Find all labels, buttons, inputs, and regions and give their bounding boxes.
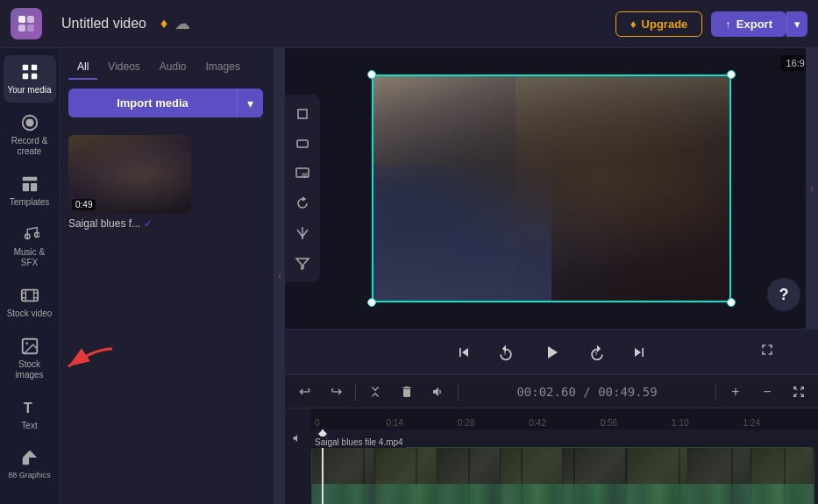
fullscreen-button[interactable] <box>758 341 776 363</box>
svg-rect-12 <box>30 183 36 191</box>
track-header: Saigal blues file 4.mp4 <box>311 433 407 449</box>
audio-button[interactable] <box>426 380 451 404</box>
svg-rect-23 <box>22 458 28 465</box>
svg-text:5: 5 <box>504 350 507 355</box>
import-dropdown-button[interactable]: ▾ <box>237 89 263 117</box>
sidebar-item-graphics[interactable]: 88 Graphics <box>4 441 56 487</box>
sidebar-item-your-media[interactable]: Your media <box>4 55 56 103</box>
ruler-mark-3: 0:42 <box>529 418 600 428</box>
upload-icon: ↑ <box>725 18 731 31</box>
filter-tool[interactable] <box>288 249 317 277</box>
flip-tool[interactable] <box>288 219 317 247</box>
graphics-icon <box>20 448 39 467</box>
toolbar-divider-1 <box>355 383 356 401</box>
crop-tool[interactable] <box>288 100 317 128</box>
sidebar-label-record: Record &create <box>11 136 48 157</box>
svg-rect-3 <box>27 25 34 32</box>
upgrade-diamond-icon: ♦ <box>630 18 637 31</box>
sidebar-label-your-media: Your media <box>7 85 51 96</box>
help-button[interactable]: ? <box>767 278 800 311</box>
redo-button[interactable]: ↪ <box>324 380 348 404</box>
import-media-button[interactable]: Import media <box>68 89 237 117</box>
top-bar: Untitled video ♦ ☁ ♦ Upgrade ↑ Export ▾ <box>0 0 818 48</box>
svg-text:T: T <box>23 400 32 415</box>
sidebar-item-text[interactable]: T Text <box>4 391 56 437</box>
cut-button[interactable] <box>363 380 388 404</box>
premium-icon: ♦ <box>160 16 167 32</box>
track-filename-label: Saigal blues file 4.mp4 <box>311 437 407 448</box>
canvas-toolbar <box>285 95 320 282</box>
sidebar: Your media Record &create Templates Musi… <box>0 48 60 504</box>
playback-controls: 5 5 <box>285 329 818 374</box>
ruler-mark-1: 0:14 <box>386 418 457 428</box>
handle-bottom-left[interactable] <box>367 298 376 307</box>
svg-rect-7 <box>31 74 36 79</box>
panel-collapse-handle[interactable]: ‹ <box>274 48 285 504</box>
svg-text:5: 5 <box>595 350 598 355</box>
sidebar-item-templates[interactable]: Templates <box>4 167 56 214</box>
media-item[interactable]: 0:49 Saigal blues f... ✓ <box>68 135 265 230</box>
duration-badge: 0:49 <box>72 199 96 210</box>
svg-rect-2 <box>18 25 25 32</box>
ruler-marks: 0 0:14 0:28 0:42 0:56 1:10 1:24 <box>288 418 814 428</box>
tab-images[interactable]: Images <box>197 55 249 80</box>
skip-to-start-button[interactable] <box>450 338 478 366</box>
media-filename: Saigal blues f... <box>68 217 140 230</box>
zoom-in-button[interactable]: + <box>723 380 748 404</box>
svg-rect-1 <box>27 16 34 23</box>
undo-button[interactable]: ↩ <box>292 380 317 404</box>
total-time: 00:49.59 <box>598 385 657 399</box>
tab-videos[interactable]: Videos <box>99 55 148 80</box>
film-icon <box>20 286 39 305</box>
text-icon: T <box>20 398 39 417</box>
skip-to-end-button[interactable] <box>625 338 653 366</box>
tab-all[interactable]: All <box>68 55 97 80</box>
tab-audio[interactable]: Audio <box>151 55 196 80</box>
sidebar-label-templates: Templates <box>10 197 50 207</box>
rewind-button[interactable]: 5 <box>492 338 520 366</box>
sidebar-label-graphics: 88 Graphics <box>8 471 51 480</box>
video-frame <box>372 75 731 302</box>
export-dropdown-button[interactable]: ▾ <box>786 11 807 37</box>
media-panel: All Videos Audio Images Import media ▾ 0… <box>60 48 274 504</box>
track-audio-icon <box>292 433 302 446</box>
zoom-out-button[interactable]: − <box>755 380 779 404</box>
handle-top-right[interactable] <box>727 70 736 79</box>
canvas-area: 16:9 ? › <box>285 48 818 329</box>
forward-button[interactable]: 5 <box>583 338 611 366</box>
sidebar-item-stock-images[interactable]: Stock images <box>4 330 56 387</box>
right-panel-collapse[interactable]: › <box>806 48 818 329</box>
record-icon <box>20 113 39 132</box>
top-right-actions: ♦ Upgrade ↑ Export ▾ <box>615 11 807 37</box>
sidebar-label-stock-images: Stock images <box>7 359 53 380</box>
export-button[interactable]: ↑ Export <box>711 11 786 37</box>
project-title-button[interactable]: Untitled video <box>54 12 153 35</box>
sidebar-item-record[interactable]: Record &create <box>4 106 56 164</box>
resize-tool[interactable] <box>288 130 317 158</box>
sidebar-item-stock-video[interactable]: Stock video <box>4 279 56 326</box>
app-logo <box>11 8 42 39</box>
pip-tool[interactable] <box>288 160 317 188</box>
fit-timeline-button[interactable] <box>786 380 811 404</box>
timecode-display: 00:02.60 / 00:49.59 <box>466 385 708 399</box>
ruler-mark-5: 1:10 <box>672 418 743 428</box>
sidebar-item-music[interactable]: Music & SFX <box>4 217 56 275</box>
video-canvas[interactable] <box>372 75 731 302</box>
ruler-mark-4: 0:56 <box>601 418 672 428</box>
video-track[interactable] <box>311 447 814 504</box>
upgrade-button[interactable]: ♦ Upgrade <box>615 11 702 37</box>
music-icon <box>20 224 39 244</box>
cloud-sync-icon: ☁ <box>174 14 190 33</box>
rotate-tool[interactable] <box>288 189 317 217</box>
timeline-section: ↩ ↪ 00:02.60 / 00:49.59 <box>285 374 818 504</box>
handle-bottom-right[interactable] <box>727 298 736 307</box>
sidebar-label-music: Music & SFX <box>7 247 53 268</box>
svg-point-8 <box>25 118 33 126</box>
svg-rect-10 <box>22 177 37 181</box>
handle-top-left[interactable] <box>367 70 376 79</box>
svg-rect-4 <box>22 65 27 70</box>
main-content: Your media Record &create Templates Musi… <box>0 48 818 504</box>
delete-button[interactable] <box>395 380 419 404</box>
toolbar-divider-3 <box>715 383 716 401</box>
play-pause-button[interactable] <box>534 335 569 370</box>
